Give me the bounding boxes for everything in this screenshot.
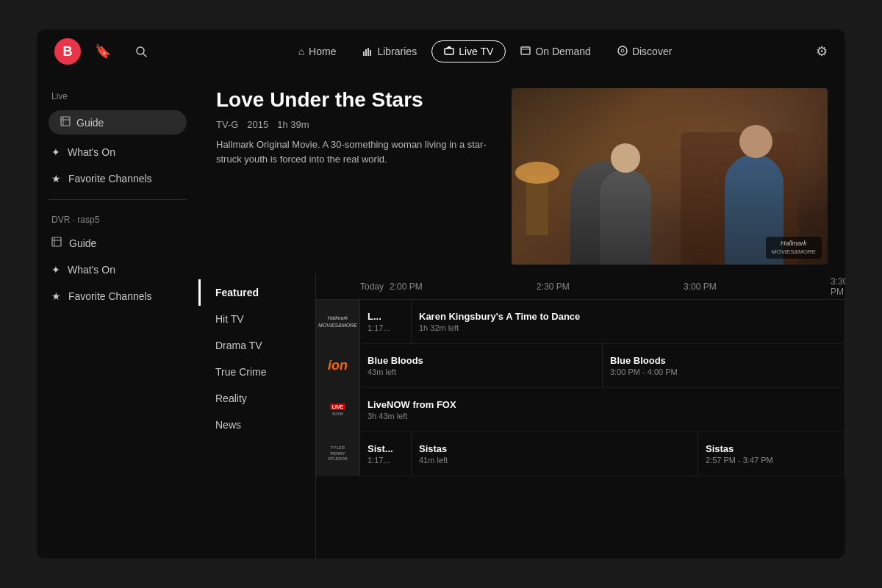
- program-duration: 1h 39m: [277, 119, 309, 130]
- program-block[interactable]: LiveNOW from FOX3h 43m left: [360, 388, 845, 431]
- svg-rect-4: [368, 48, 369, 56]
- on-demand-icon: [520, 46, 531, 57]
- fav-channels-live-icon: ★: [51, 173, 61, 184]
- program-rating: TV-G: [216, 119, 238, 130]
- category-true-crime[interactable]: True Crime: [198, 359, 315, 385]
- program-block[interactable]: Blue Bloods3:00 PM - 4:00 PM: [603, 344, 845, 387]
- program-block[interactable]: Sistas2:57 PM - 3:47 PM: [698, 432, 845, 476]
- sidebar-whats-on-dvr[interactable]: ✦ What's On: [37, 258, 198, 282]
- guide-dvr-label: Guide: [69, 237, 96, 249]
- guide-area: FeaturedHit TVDrama TVTrue CrimeRealityN…: [198, 273, 845, 559]
- channel-logo-tyler: TYLERPERRYSTUDIOS: [316, 432, 360, 476]
- nav-libraries[interactable]: Libraries: [351, 41, 429, 62]
- fav-channels-live-label: Favorite Channels: [68, 173, 152, 184]
- hallmark-brand-line2: MOVIES&MORE: [772, 248, 816, 256]
- program-block[interactable]: Karen Kingsbury's A Time to Dance1h 32m …: [412, 300, 845, 343]
- settings-icon[interactable]: ⚙: [816, 43, 828, 60]
- channel-logo-hallmark: HallmarkMOVIES&MORE: [316, 300, 360, 343]
- category-hit-tv[interactable]: Hit TV: [198, 306, 315, 332]
- sidebar-favorite-channels-live[interactable]: ★ Favorite Channels: [37, 167, 198, 190]
- program-hero: Love Under the Stars TV-G 2015 1h 39m Ha…: [198, 74, 845, 273]
- channel-logo-text: ion: [328, 358, 348, 373]
- guide-row-livenow: LIVENOWLiveNOW from FOX3h 43m left: [316, 388, 845, 432]
- nav-home[interactable]: ⌂ Home: [287, 41, 348, 62]
- time-200: 2:00 PM: [384, 282, 531, 292]
- sidebar-dvr-section: DVR · rasp5: [37, 209, 198, 228]
- program-block-meta: 3:00 PM - 4:00 PM: [610, 368, 837, 376]
- channel-logo-livenow: LIVENOW: [316, 388, 360, 431]
- program-thumbnail: Hallmark MOVIES&MORE: [512, 88, 828, 265]
- sidebar-favorite-channels-dvr[interactable]: ★ Favorite Channels: [37, 284, 198, 308]
- guide-row-ion: ionBlue Bloods43m leftBlue Bloods3:00 PM…: [316, 344, 845, 388]
- whats-on-live-icon: ✦: [51, 146, 60, 158]
- program-block-meta: 41m left: [419, 456, 690, 465]
- program-info: Love Under the Stars TV-G 2015 1h 39m Ha…: [216, 88, 512, 265]
- program-block-meta: 1:17...: [368, 323, 404, 332]
- sidebar-guide-dvr[interactable]: Guide: [37, 231, 198, 255]
- program-description: Hallmark Original Movie. A 30-something …: [216, 137, 495, 166]
- sidebar-guide-live[interactable]: Guide: [49, 110, 187, 135]
- program-area: Love Under the Stars TV-G 2015 1h 39m Ha…: [198, 74, 845, 559]
- whats-on-dvr-label: What's On: [68, 264, 115, 276]
- bookmark-icon[interactable]: 🔖: [93, 41, 113, 62]
- hallmark-brand-line1: Hallmark: [772, 240, 816, 248]
- main-content: Live Guide ✦ What's On ★ Favorite Channe…: [37, 74, 845, 559]
- sidebar: Live Guide ✦ What's On ★ Favorite Channe…: [37, 74, 198, 559]
- program-title: Love Under the Stars: [216, 88, 497, 112]
- guide-icon: [60, 116, 71, 129]
- svg-rect-7: [521, 47, 530, 54]
- program-block-title: Sistas: [706, 443, 837, 454]
- program-block-title: Sist...: [368, 443, 404, 454]
- program-block-title: Blue Bloods: [368, 355, 595, 366]
- channel-programs-livenow: LiveNOW from FOX3h 43m left: [360, 388, 845, 431]
- program-block-title: L...: [368, 311, 404, 322]
- guide-table: Today 2:00 PM 2:30 PM 3:00 PM 3:30 PM Ha…: [316, 273, 845, 559]
- svg-rect-2: [363, 51, 365, 56]
- guide-row-tyler: TYLERPERRYSTUDIOSSist...1:17...Sistas41m…: [316, 432, 845, 476]
- program-block[interactable]: L...1:17...: [360, 300, 412, 343]
- sidebar-whats-on-live[interactable]: ✦ What's On: [37, 140, 198, 164]
- nav-live-tv[interactable]: Live TV: [431, 40, 506, 62]
- channel-logo-text: TYLERPERRYSTUDIOS: [328, 445, 348, 462]
- program-block[interactable]: Sist...1:17...: [360, 432, 412, 476]
- tv-frame: B 🔖 ⌂ Home: [37, 29, 845, 559]
- app-logo[interactable]: B: [54, 38, 81, 65]
- hallmark-watermark: Hallmark MOVIES&MORE: [766, 237, 822, 259]
- svg-rect-6: [445, 49, 453, 54]
- program-block[interactable]: Sistas41m left: [412, 432, 698, 476]
- category-news[interactable]: News: [198, 412, 315, 438]
- channel-programs-ion: Blue Bloods43m leftBlue Bloods3:00 PM - …: [360, 344, 845, 387]
- channel-logo-ion: ion: [316, 344, 360, 387]
- nav-discover-label: Discover: [632, 46, 672, 57]
- nav-on-demand[interactable]: On Demand: [509, 41, 602, 62]
- channel-programs-hallmark: L...1:17...Karen Kingsbury's A Time to D…: [360, 300, 845, 343]
- guide-live-label: Guide: [76, 117, 104, 129]
- lamp-decoration: [526, 176, 548, 235]
- time-today: Today: [360, 282, 384, 292]
- whats-on-dvr-icon: ✦: [51, 264, 60, 276]
- discover-icon: [617, 46, 628, 58]
- nav-discover[interactable]: Discover: [606, 41, 684, 62]
- channel-logo-text: HallmarkMOVIES&MORE: [318, 315, 357, 328]
- time-300: 3:00 PM: [678, 282, 825, 292]
- category-featured[interactable]: Featured: [198, 279, 315, 306]
- svg-line-1: [143, 54, 146, 57]
- program-block[interactable]: Blue Bloods43m left: [360, 344, 603, 387]
- program-block-meta: 43m left: [368, 368, 595, 376]
- nav-on-demand-label: On Demand: [535, 46, 590, 57]
- program-block-title: Blue Bloods: [610, 355, 837, 366]
- category-list: FeaturedHit TVDrama TVTrue CrimeRealityN…: [198, 273, 316, 559]
- channel-programs-tyler: Sist...1:17...Sistas41m leftSistas2:57 P…: [360, 432, 845, 476]
- whats-on-live-label: What's On: [68, 146, 115, 158]
- program-year: 2015: [247, 119, 268, 130]
- category-reality[interactable]: Reality: [198, 385, 315, 412]
- program-block-title: Karen Kingsbury's A Time to Dance: [419, 311, 837, 322]
- category-drama-tv[interactable]: Drama TV: [198, 332, 315, 359]
- program-block-title: LiveNOW from FOX: [368, 399, 837, 410]
- fav-channels-dvr-icon: ★: [51, 290, 61, 302]
- program-block-title: Sistas: [419, 443, 690, 454]
- search-icon[interactable]: [131, 41, 151, 62]
- sidebar-live-section: Live: [37, 85, 198, 104]
- sidebar-divider: [49, 199, 187, 200]
- live-tv-icon: [444, 46, 454, 57]
